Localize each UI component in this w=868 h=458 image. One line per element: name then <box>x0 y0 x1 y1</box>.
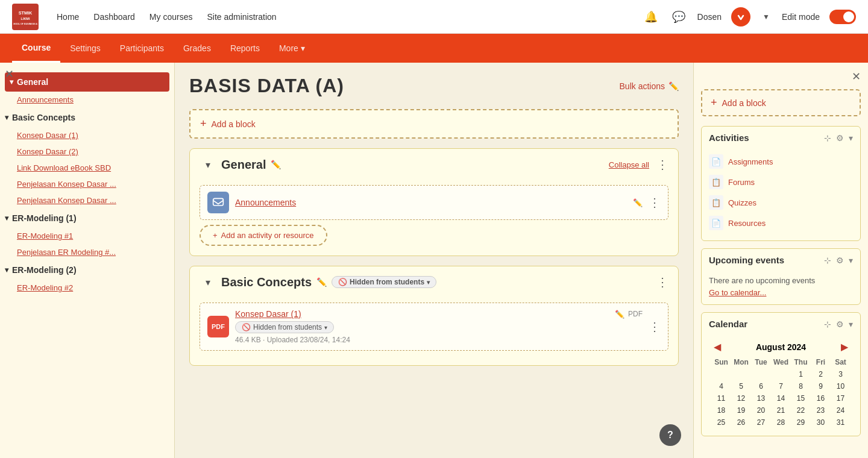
calendar-settings-icon[interactable]: ⚙ <box>836 319 844 329</box>
activities-assignments-link[interactable]: 📄 Assignments <box>709 151 853 172</box>
right-panel-close-button[interactable]: ✕ <box>852 70 861 83</box>
tab-course[interactable]: Course <box>12 34 60 63</box>
basic-concepts-collapse-button[interactable]: ▾ <box>200 274 216 290</box>
notification-bell-icon[interactable]: 🔔 <box>642 8 660 26</box>
bulk-actions-button[interactable]: Bulk actions ✏️ <box>620 81 679 91</box>
konsep-dasar-1-name[interactable]: Konsep Dasar (1) <box>235 309 611 319</box>
tab-grades[interactable]: Grades <box>174 34 221 63</box>
konsep-dasar-hidden-badge[interactable]: 🚫 Hidden from students ▾ <box>235 321 334 333</box>
go-to-calendar-link[interactable]: Go to calendar... <box>709 288 766 297</box>
calendar-day[interactable]: 26 <box>731 416 751 428</box>
add-block-panel[interactable]: + Add a block <box>701 89 861 116</box>
upcoming-drag-icon[interactable]: ⊹ <box>824 256 831 265</box>
nav-dashboard[interactable]: Dashboard <box>93 12 135 22</box>
no-events-text: There are no upcoming events <box>709 274 853 287</box>
sidebar-section-er-modeling-2[interactable]: ▾ ER-Modeling (2) <box>0 260 174 280</box>
activities-forums-link[interactable]: 📋 Forums <box>709 172 853 192</box>
calendar-day[interactable]: 19 <box>731 404 751 416</box>
calendar-day[interactable]: 7 <box>771 380 791 392</box>
edit-mode-toggle[interactable] <box>829 10 856 24</box>
calendar-day[interactable]: 4 <box>711 380 731 392</box>
sidebar-item-er-modeling-1[interactable]: ER-Modeling #1 <box>0 228 174 244</box>
activities-settings-icon[interactable]: ⚙ <box>836 133 844 143</box>
calendar-day[interactable]: 12 <box>731 392 751 404</box>
sidebar-item-er-modeling-2[interactable]: ER-Modeling #2 <box>0 280 174 296</box>
tab-settings[interactable]: Settings <box>60 34 110 63</box>
sidebar-close-button[interactable]: ✕ <box>5 67 14 81</box>
sidebar-item-konsep-dasar-2[interactable]: Konsep Dasar (2) <box>0 143 174 160</box>
calendar-day[interactable]: 21 <box>771 404 791 416</box>
general-section-menu-button[interactable]: ⋮ <box>656 157 668 172</box>
sidebar-item-penjelasan-2[interactable]: Penjelasan Konsep Dasar ... <box>0 192 174 209</box>
upcoming-settings-icon[interactable]: ⚙ <box>836 256 844 265</box>
tab-participants[interactable]: Participants <box>110 34 174 63</box>
calendar-chevron-icon[interactable]: ▾ <box>849 319 853 329</box>
chevron-down-icon[interactable]: ▼ <box>760 10 772 24</box>
calendar-day[interactable]: 28 <box>771 416 791 428</box>
calendar-prev-button[interactable]: ◀ <box>714 341 721 353</box>
calendar-day[interactable]: 17 <box>831 392 851 404</box>
user-avatar[interactable] <box>731 7 750 27</box>
sidebar-item-announcements[interactable]: Announcements <box>0 92 174 108</box>
sidebar-section-general[interactable]: ▾ General <box>5 72 169 92</box>
calendar-day[interactable]: 15 <box>791 392 811 404</box>
calendar-day[interactable]: 31 <box>831 416 851 428</box>
add-block-bar[interactable]: + Add a block <box>189 109 679 139</box>
activities-quizzes-link[interactable]: 📋 Quizzes <box>709 192 853 213</box>
calendar-day[interactable]: 30 <box>811 416 831 428</box>
calendar-day[interactable]: 13 <box>751 392 771 404</box>
chat-icon[interactable]: 💬 <box>670 8 688 26</box>
edit-pencil-icon[interactable]: ✏️ <box>615 310 624 319</box>
calendar-day[interactable]: 6 <box>751 380 771 392</box>
hidden-from-students-badge[interactable]: 🚫 Hidden from students ▾ <box>332 276 436 288</box>
nav-my-courses[interactable]: My courses <box>149 12 193 22</box>
sidebar-item-penjelasan-1[interactable]: Penjelasan Konsep Dasar ... <box>0 176 174 192</box>
announcements-name[interactable]: Announcements <box>235 198 629 207</box>
activities-chevron-up-icon[interactable]: ▾ <box>849 133 853 143</box>
calendar-day[interactable]: 29 <box>791 416 811 428</box>
calendar-drag-icon[interactable]: ⊹ <box>824 319 831 329</box>
activities-resources-link[interactable]: 📄 Resources <box>709 213 853 233</box>
calendar-day[interactable]: 14 <box>771 392 791 404</box>
calendar-next-button[interactable]: ▶ <box>841 341 848 353</box>
edit-pencil-icon[interactable]: ✏️ <box>271 160 281 169</box>
collapse-all-button[interactable]: Collapse all <box>609 160 649 169</box>
calendar-day[interactable]: 24 <box>831 404 851 416</box>
basic-concepts-menu-button[interactable]: ⋮ <box>656 275 668 289</box>
eye-off-icon: 🚫 <box>242 323 251 331</box>
calendar-day[interactable]: 2 <box>811 368 831 380</box>
calendar-day[interactable]: 3 <box>831 368 851 380</box>
nav-site-administration[interactable]: Site administration <box>207 12 276 22</box>
calendar-day[interactable]: 5 <box>731 380 751 392</box>
sidebar-item-penjelasan-er[interactable]: Penjelasan ER Modeling #... <box>0 244 174 260</box>
calendar-day[interactable]: 20 <box>751 404 771 416</box>
tab-more[interactable]: More ▾ <box>269 34 315 63</box>
help-button[interactable]: ? <box>659 424 681 446</box>
sidebar-section-er-modeling-1[interactable]: ▾ ER-Modeling (1) <box>0 209 174 228</box>
calendar-day[interactable]: 27 <box>751 416 771 428</box>
calendar-day[interactable]: 22 <box>791 404 811 416</box>
sidebar-section-basic-concepts[interactable]: ▾ Basic Concepts <box>0 108 174 127</box>
user-name[interactable]: Dosen <box>697 12 722 22</box>
calendar-day[interactable]: 8 <box>791 380 811 392</box>
calendar-day[interactable]: 9 <box>811 380 831 392</box>
announcements-edit-icon[interactable]: ✏️ <box>633 198 643 207</box>
activities-drag-icon[interactable]: ⊹ <box>824 133 831 143</box>
nav-home[interactable]: Home <box>57 12 79 22</box>
general-collapse-button[interactable]: ▾ <box>200 156 216 173</box>
konsep-dasar-1-menu-button[interactable]: ⋮ <box>649 319 661 334</box>
edit-pencil-icon[interactable]: ✏️ <box>316 277 327 287</box>
tab-reports[interactable]: Reports <box>221 34 269 63</box>
calendar-day[interactable]: 18 <box>711 404 731 416</box>
add-activity-button[interactable]: + Add an activity or resource <box>200 225 327 246</box>
calendar-day[interactable]: 23 <box>811 404 831 416</box>
calendar-day[interactable]: 11 <box>711 392 731 404</box>
announcements-menu-button[interactable]: ⋮ <box>649 195 661 210</box>
sidebar-item-konsep-dasar-1[interactable]: Konsep Dasar (1) <box>0 127 174 143</box>
sidebar-item-link-download[interactable]: Link Download eBook SBD <box>0 160 174 176</box>
upcoming-chevron-icon[interactable]: ▾ <box>849 256 853 265</box>
calendar-day[interactable]: 16 <box>811 392 831 404</box>
calendar-day[interactable]: 10 <box>831 380 851 392</box>
calendar-day[interactable]: 1 <box>791 368 811 380</box>
calendar-day[interactable]: 25 <box>711 416 731 428</box>
